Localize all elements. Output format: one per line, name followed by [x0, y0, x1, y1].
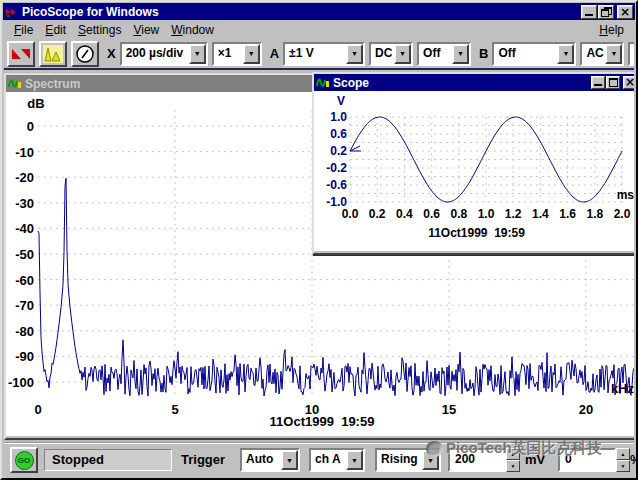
channel-a-label: A	[270, 46, 279, 61]
title-bar[interactable]: PicoScope for Windows ×	[3, 3, 635, 20]
go-icon: GO	[15, 451, 34, 470]
svg-text:2.0: 2.0	[614, 207, 631, 221]
trigger-threshold-stepper[interactable]: 200 ▲ ▼	[448, 448, 520, 472]
channel-a-coupling-select[interactable]: DC ▼	[369, 42, 413, 66]
trigger-edge-value: Rising	[377, 450, 422, 470]
trigger-channel-value: ch A	[311, 450, 346, 470]
spin-down-icon[interactable]: ▼	[616, 460, 630, 472]
channel-b-range-select[interactable]: Off ▼	[492, 42, 576, 66]
svg-text:0.8: 0.8	[450, 207, 467, 221]
trigger-threshold-value[interactable]: 200	[448, 448, 506, 472]
timebase-value: 200 µs/div	[122, 44, 189, 64]
close-icon: ×	[625, 77, 634, 88]
channel-a-option-select[interactable]: Off ▼	[417, 42, 471, 66]
scope-timestamp: 11Oct1999 19:59	[314, 226, 634, 240]
svg-text:-70: -70	[15, 298, 34, 313]
svg-text:0: 0	[27, 119, 34, 134]
client-area: Spectrum 0-10-20-30-40-50-60-70-80-90-10…	[4, 72, 634, 448]
scope-view-icon	[11, 46, 31, 62]
spin-up-icon[interactable]: ▲	[616, 448, 630, 460]
channel-b-coupling-value: AC	[582, 44, 605, 64]
go-button[interactable]: GO	[10, 447, 38, 473]
minimize-button[interactable]	[581, 5, 597, 19]
chevron-down-icon[interactable]: ▼	[557, 44, 574, 64]
spin-up-icon[interactable]: ▲	[506, 448, 520, 460]
svg-text:-80: -80	[15, 324, 34, 339]
svg-text:-0.6: -0.6	[326, 178, 347, 192]
trigger-mode-select[interactable]: Auto ▼	[240, 448, 300, 472]
close-button[interactable]: ×	[617, 5, 633, 19]
svg-text:ms: ms	[617, 188, 634, 202]
menu-view[interactable]: View	[127, 22, 165, 38]
svg-text:1.2: 1.2	[505, 207, 522, 221]
svg-text:1.0: 1.0	[330, 110, 347, 124]
chevron-down-icon[interactable]: ▼	[422, 450, 439, 470]
trigger-delay-stepper[interactable]: 0 ▲ ▼	[558, 448, 630, 472]
scope-minimize-button[interactable]	[591, 76, 605, 89]
channel-b-range-value: Off	[494, 44, 557, 64]
channel-b-option-value: Off	[630, 44, 634, 64]
spin-down-icon[interactable]: ▼	[506, 460, 520, 472]
scope-close-button[interactable]: ×	[623, 76, 634, 89]
menu-window[interactable]: Window	[165, 22, 220, 38]
restore-button[interactable]	[598, 5, 614, 19]
channel-b-coupling-select[interactable]: AC ▼	[580, 42, 624, 66]
delay-spinner: ▲ ▼	[616, 448, 630, 472]
menu-file[interactable]: File	[8, 22, 39, 38]
threshold-spinner: ▲ ▼	[506, 448, 520, 472]
channel-b-label: B	[479, 46, 488, 61]
menu-settings[interactable]: Settings	[72, 22, 127, 38]
multiplier-select[interactable]: ×1 ▼	[212, 42, 262, 66]
channel-b-option-select[interactable]: Off ▼	[628, 42, 634, 66]
threshold-unit-label: mV	[525, 452, 545, 467]
menu-bar: File Edit Settings View Window Help	[4, 21, 634, 38]
chevron-down-icon[interactable]: ▼	[452, 44, 469, 64]
restore-icon	[601, 7, 612, 17]
svg-text:-60: -60	[15, 273, 34, 288]
trigger-edge-select[interactable]: Rising ▼	[375, 448, 441, 472]
meter-view-icon	[76, 45, 94, 63]
trigger-delay-value[interactable]: 0	[558, 448, 616, 472]
scope-window: Scope × 1.00.60.2-0.2-0.6-1.0V0.00.20.40…	[312, 72, 634, 255]
spectrum-window-icon	[8, 77, 22, 90]
timebase-label: X	[107, 46, 116, 61]
minimize-icon	[585, 14, 593, 16]
meter-view-button[interactable]	[71, 41, 99, 67]
svg-text:-10: -10	[15, 145, 34, 160]
menu-help[interactable]: Help	[593, 22, 630, 38]
scope-view-button[interactable]	[7, 41, 35, 67]
svg-text:1.8: 1.8	[586, 207, 603, 221]
trigger-channel-select[interactable]: ch A ▼	[309, 448, 365, 472]
spectrum-view-button[interactable]	[39, 41, 67, 67]
chevron-down-icon[interactable]: ▼	[189, 44, 206, 64]
maximize-icon	[609, 78, 618, 87]
chevron-down-icon[interactable]: ▼	[605, 44, 622, 64]
menu-edit[interactable]: Edit	[39, 22, 72, 38]
chevron-down-icon[interactable]: ▼	[281, 450, 298, 470]
channel-a-range-select[interactable]: ±1 V ▼	[283, 42, 365, 66]
spectrum-view-icon	[43, 45, 63, 63]
scope-title-bar[interactable]: Scope ×	[314, 74, 634, 91]
timebase-select[interactable]: 200 µs/div ▼	[120, 42, 208, 66]
svg-text:0.0: 0.0	[342, 207, 359, 221]
status-panel: Stopped	[44, 449, 172, 471]
svg-text:-50: -50	[15, 247, 34, 262]
toolbar: X 200 µs/div ▼ ×1 ▼ A ±1 V ▼ DC ▼ Off ▼ …	[4, 39, 634, 70]
status-bar: GO Stopped Trigger Auto ▼ ch A ▼ Rising …	[4, 442, 634, 476]
scope-maximize-button[interactable]	[606, 76, 620, 89]
chevron-down-icon[interactable]: ▼	[346, 450, 363, 470]
scope-plot: 1.00.60.2-0.2-0.6-1.0V0.00.20.40.60.81.0…	[314, 91, 634, 251]
svg-text:0.2: 0.2	[369, 207, 386, 221]
svg-text:dB: dB	[27, 96, 44, 111]
svg-text:1.6: 1.6	[559, 207, 576, 221]
chevron-down-icon[interactable]: ▼	[346, 44, 363, 64]
svg-text:0.2: 0.2	[330, 144, 347, 158]
channel-a-option-value: Off	[419, 44, 452, 64]
scope-window-icon	[316, 76, 330, 89]
svg-text:0.6: 0.6	[423, 207, 440, 221]
multiplier-value: ×1	[214, 44, 243, 64]
svg-text:0.4: 0.4	[396, 207, 413, 221]
chevron-down-icon[interactable]: ▼	[243, 44, 260, 64]
chevron-down-icon[interactable]: ▼	[394, 44, 411, 64]
channel-a-coupling-value: DC	[371, 44, 394, 64]
